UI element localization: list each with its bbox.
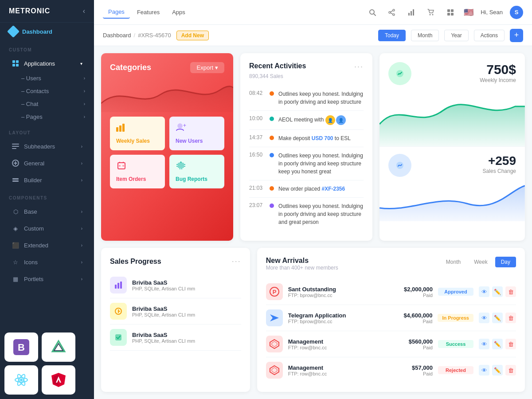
edit-action-4[interactable]: ✏️ <box>492 365 503 376</box>
svg-rect-60 <box>117 283 119 289</box>
delete-action-4[interactable]: 🗑 <box>505 365 516 376</box>
category-weekly-sales[interactable]: Weekly Sales <box>110 117 165 150</box>
flag-icon[interactable]: 🇺🇸 <box>464 8 473 17</box>
edit-action-2[interactable]: ✏️ <box>492 313 503 323</box>
sidebar-item-base[interactable]: ⬡ Base › <box>3 203 91 219</box>
actions-button[interactable]: Actions <box>474 30 505 41</box>
bug-reports-icon <box>176 161 218 172</box>
sales-sub-1: PHP, SQLite, Artisan CLI mm <box>132 286 241 291</box>
activity-time-3: 14:37 <box>249 134 265 141</box>
new-users-icon: + <box>176 123 218 134</box>
search-icon[interactable] <box>366 6 379 19</box>
svg-rect-33 <box>413 9 414 16</box>
sidebar-item-general[interactable]: General › <box>3 155 91 171</box>
chat-chevron: › <box>84 102 85 106</box>
category-new-users[interactable]: + New Users <box>169 117 224 150</box>
svg-rect-4 <box>12 144 19 145</box>
svg-rect-11 <box>12 180 19 182</box>
user-avatar[interactable]: S <box>510 6 523 19</box>
sidebar-item-subheaders[interactable]: Subheaders › <box>3 138 91 154</box>
sidebar-item-extended[interactable]: ⬛ Extended › <box>3 237 91 253</box>
nav-pages[interactable]: Pages <box>103 6 130 19</box>
year-button[interactable]: Year <box>444 30 468 41</box>
svg-point-43 <box>178 124 182 128</box>
view-action-3[interactable]: 👁 <box>479 339 489 349</box>
components-section-label: COMPONENTS <box>0 188 94 203</box>
category-bug-reports[interactable]: Bug Reports <box>169 155 224 188</box>
month-button[interactable]: Month <box>411 30 439 41</box>
today-button[interactable]: Today <box>378 30 406 41</box>
builder-icon <box>12 176 20 184</box>
cart-icon[interactable] <box>425 6 437 19</box>
svg-rect-2 <box>12 64 15 66</box>
svg-marker-70 <box>272 341 277 347</box>
edit-action-3[interactable]: ✏️ <box>492 339 503 349</box>
edit-action-1[interactable]: ✏️ <box>492 286 503 297</box>
view-action-2[interactable]: 👁 <box>479 313 489 323</box>
arrival-logo-1: P <box>266 283 283 300</box>
sidebar-item-contacts[interactable]: – Contacts › <box>21 85 94 98</box>
nav-features[interactable]: Features <box>132 6 165 18</box>
arrivals-tab-month[interactable]: Month <box>440 257 466 267</box>
builder-label: Builder <box>24 177 42 184</box>
sales-info-3: Briviba SaaS PHP, SQLite, Artisan CLI mm <box>132 332 241 344</box>
delete-action-1[interactable]: 🗑 <box>505 286 516 297</box>
arrivals-tab-day[interactable]: Day <box>495 257 516 267</box>
svg-point-48 <box>119 165 121 167</box>
sidebar-item-users[interactable]: – Users › <box>21 72 94 85</box>
category-item-orders[interactable]: Item Orders <box>110 155 165 188</box>
general-label: General <box>24 160 44 167</box>
breadcrumb-separator: / <box>134 32 136 39</box>
base-inner: ⬡ Base <box>12 207 37 215</box>
activity-dot-1 <box>270 91 274 96</box>
sidebar-item-pages[interactable]: – Pages › <box>21 110 94 123</box>
svg-rect-41 <box>119 125 121 132</box>
sidebar-item-icons[interactable]: ☆ Icons › <box>3 254 91 270</box>
share-icon[interactable] <box>386 6 398 19</box>
sidebar-item-portlets[interactable]: ▦ Portlets › <box>3 271 91 287</box>
activities-menu[interactable]: ··· <box>354 62 364 71</box>
svg-marker-72 <box>272 368 277 373</box>
activity-item-4: 16:50 Outlines keep you honest. Indulgin… <box>249 147 364 180</box>
sidebar-item-chat[interactable]: – Chat › <box>21 98 94 110</box>
view-action-1[interactable]: 👁 <box>479 286 489 297</box>
view-action-4[interactable]: 👁 <box>479 365 489 376</box>
sidebar-item-builder[interactable]: Builder › <box>3 172 91 188</box>
sidebar-item-custom[interactable]: ◈ Custom › <box>3 220 91 236</box>
arrival-amount-1: $2,000,000 Paid <box>393 286 433 298</box>
svg-point-49 <box>122 165 124 167</box>
arrival-actions-3: 👁 ✏️ 🗑 <box>479 339 516 349</box>
plus-button[interactable]: + <box>510 29 523 42</box>
arrival-amount-2: $4,600,000 Paid <box>392 312 432 324</box>
svg-rect-59 <box>115 285 117 289</box>
chart-icon[interactable] <box>405 6 418 19</box>
sales-name-2: Briviba SaaS <box>132 305 241 312</box>
delete-action-3[interactable]: 🗑 <box>505 339 516 349</box>
content-area: Categories Export ▾ <box>94 46 532 399</box>
brand-name: METRONIC <box>9 7 50 15</box>
delete-action-2[interactable]: 🗑 <box>505 313 516 323</box>
activity-list: 08:42 Outlines keep you honest. Indulgin… <box>249 86 364 231</box>
sales-menu[interactable]: ··· <box>232 257 241 266</box>
sidebar-item-dashboard[interactable]: Dashboard <box>0 23 94 40</box>
subheaders-inner: Subheaders <box>12 142 55 150</box>
svg-rect-3 <box>16 64 19 66</box>
portlets-inner: ▦ Portlets <box>12 275 43 283</box>
arrivals-tab-week[interactable]: Week <box>468 257 493 267</box>
export-button[interactable]: Export ▾ <box>190 62 224 73</box>
activity-item-3: 14:37 Make deposit USD 700 to ESL <box>249 130 364 147</box>
svg-rect-0 <box>12 60 15 63</box>
arrival-actions-2: 👁 ✏️ 🗑 <box>479 313 516 323</box>
grid-icon[interactable] <box>444 6 457 19</box>
sales-change-icon <box>388 154 411 177</box>
collapse-button[interactable]: ‹ <box>83 7 85 15</box>
dashboard-label: Dashboard <box>22 28 52 35</box>
nav-apps[interactable]: Apps <box>167 6 191 18</box>
sales-name-3: Briviba SaaS <box>132 332 241 338</box>
custom-chevron: › <box>81 226 82 231</box>
arrival-price-1: $2,000,000 <box>393 286 433 293</box>
activity-dot-4 <box>270 153 274 157</box>
add-new-button[interactable]: Add New <box>176 31 209 40</box>
sidebar-item-applications[interactable]: Applications ▾ <box>3 55 91 71</box>
sales-name-1: Briviba SaaS <box>132 279 241 286</box>
